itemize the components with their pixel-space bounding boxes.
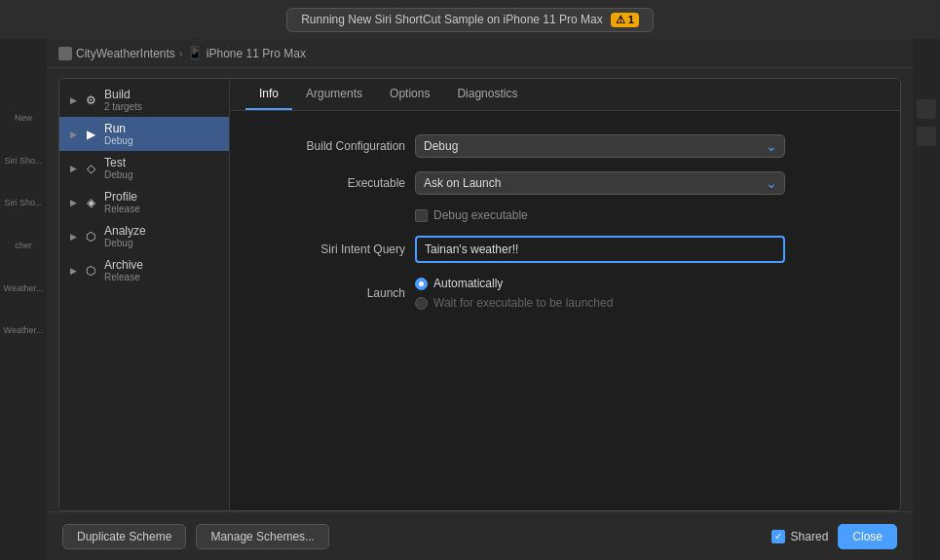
scheme-left-panel: ▶ ⚙ Build 2 targets ▶ ▶ Run Debug	[59, 79, 230, 510]
breadcrumb-project: CityWeatherIntents	[76, 47, 175, 60]
sidebar-item-weather[interactable]: Weather...	[2, 278, 46, 301]
shared-container: ✓ Shared	[771, 530, 829, 543]
right-item-cos	[917, 127, 936, 146]
build-config-row: Build Configuration Debug	[249, 134, 881, 158]
scheme-body: ▶ ⚙ Build 2 targets ▶ ▶ Run Debug	[59, 79, 900, 510]
arrow-test: ▶	[69, 165, 77, 172]
executable-label: Executable	[249, 176, 405, 190]
scheme-item-test[interactable]: ▶ ◇ Test Debug	[59, 151, 229, 185]
left-sidebar: New Siri Sho... Siri Sho... cher Weather…	[0, 39, 47, 560]
executable-select[interactable]: Ask on Launch	[415, 171, 785, 195]
sidebar-item-weather2[interactable]: Weather...	[2, 319, 46, 343]
launch-control: Automatically Wait for executable to be …	[415, 277, 785, 310]
bottom-bar: Duplicate Scheme Manage Schemes... ✓ Sha…	[47, 511, 913, 560]
build-config-select-wrapper: Debug	[415, 134, 785, 158]
scheme-item-archive[interactable]: ▶ ⬡ Archive Release	[59, 253, 229, 287]
siri-query-row: Siri Intent Query	[249, 236, 881, 263]
status-bar: Running New Siri ShortCut Sample on iPho…	[286, 8, 654, 32]
scheme-item-build[interactable]: ▶ ⚙ Build 2 targets	[59, 83, 229, 117]
modal-content: ▶ ⚙ Build 2 targets ▶ ▶ Run Debug	[47, 68, 913, 511]
scheme-item-run[interactable]: ▶ ▶ Run Debug	[59, 117, 229, 151]
arrow-archive: ▶	[69, 267, 77, 275]
siri-query-input[interactable]	[415, 236, 785, 263]
sidebar-item-sirishortcut[interactable]: Siri Sho...	[2, 150, 46, 173]
tab-diagnostics[interactable]: Diagnostics	[443, 79, 531, 110]
debug-executable-control: Debug executable	[415, 208, 785, 222]
right-sidebar	[913, 39, 940, 560]
top-bar: Running New Siri ShortCut Sample on iPho…	[0, 0, 940, 39]
debug-checkbox-row: Debug executable	[415, 208, 785, 222]
radio-wait[interactable]	[415, 297, 428, 310]
sidebar-item-new[interactable]: New	[2, 107, 46, 131]
radio-wait-row: Wait for executable to be launched	[415, 296, 785, 310]
main-area: CityWeatherIntents › 📱 iPhone 11 Pro Max…	[47, 39, 913, 560]
radio-auto-label: Automatically	[433, 277, 503, 290]
executable-row: Executable Ask on Launch	[249, 171, 881, 195]
radio-auto-row: Automatically	[415, 277, 785, 290]
status-title: Running New Siri ShortCut Sample on iPho…	[301, 13, 603, 26]
scheme-item-profile[interactable]: ▶ ◈ Profile Release	[59, 185, 229, 219]
warning-badge: ⚠ 1	[611, 13, 639, 27]
siri-query-control	[415, 236, 785, 263]
device-icon: 📱	[187, 46, 203, 60]
arrow-build: ▶	[69, 96, 77, 104]
radio-auto[interactable]	[415, 278, 428, 290]
debug-executable-row: Debug executable	[249, 208, 881, 222]
executable-select-wrapper: Ask on Launch	[415, 171, 785, 195]
analyze-icon: ⬡	[83, 229, 98, 244]
scheme-item-analyze[interactable]: ▶ ⬡ Analyze Debug	[59, 219, 229, 253]
executable-control: Ask on Launch	[415, 171, 785, 195]
debug-executable-label: Debug executable	[433, 208, 528, 222]
debug-checkbox[interactable]	[415, 209, 428, 222]
build-config-control: Debug	[415, 134, 785, 158]
scheme-editor: ▶ ⚙ Build 2 targets ▶ ▶ Run Debug	[58, 78, 901, 511]
sidebar-item-sirishortcut2[interactable]: Siri Sho...	[2, 192, 46, 215]
arrow-run: ▶	[69, 131, 77, 138]
profile-icon: ◈	[83, 195, 98, 210]
right-item-cityw	[917, 99, 936, 119]
form-area: Build Configuration Debug	[230, 111, 900, 510]
launch-row: Launch Automatically Wait for	[249, 277, 881, 310]
launch-label: Launch	[249, 286, 405, 300]
build-config-select[interactable]: Debug	[415, 134, 785, 158]
duplicate-scheme-button[interactable]: Duplicate Scheme	[62, 524, 186, 549]
build-icon: ⚙	[83, 93, 98, 108]
tab-options[interactable]: Options	[376, 79, 443, 110]
shared-label: Shared	[791, 530, 829, 543]
breadcrumb-chevron: ›	[179, 47, 183, 60]
breadcrumb: CityWeatherIntents › 📱 iPhone 11 Pro Max	[47, 39, 913, 68]
manage-schemes-button[interactable]: Manage Schemes...	[196, 524, 329, 549]
breadcrumb-device: iPhone 11 Pro Max	[207, 47, 306, 60]
launch-radio-group: Automatically Wait for executable to be …	[415, 277, 785, 310]
archive-icon: ⬡	[83, 263, 98, 279]
sidebar-item-cher[interactable]: cher	[2, 235, 46, 258]
tabs-bar: Info Arguments Options Diagnostics	[230, 79, 900, 111]
test-icon: ◇	[83, 161, 98, 176]
shared-checkbox[interactable]: ✓	[771, 530, 785, 543]
arrow-profile: ▶	[69, 199, 77, 206]
close-button[interactable]: Close	[838, 524, 897, 549]
siri-query-label: Siri Intent Query	[249, 243, 405, 256]
tab-arguments[interactable]: Arguments	[292, 79, 376, 110]
scheme-right-panel: Info Arguments Options Diagnostics Build…	[230, 79, 900, 510]
run-icon: ▶	[83, 127, 98, 142]
tab-info[interactable]: Info	[245, 79, 292, 110]
project-icon	[58, 47, 72, 60]
build-config-label: Build Configuration	[249, 139, 405, 153]
arrow-analyze: ▶	[69, 233, 77, 241]
radio-wait-label: Wait for executable to be launched	[433, 296, 613, 310]
